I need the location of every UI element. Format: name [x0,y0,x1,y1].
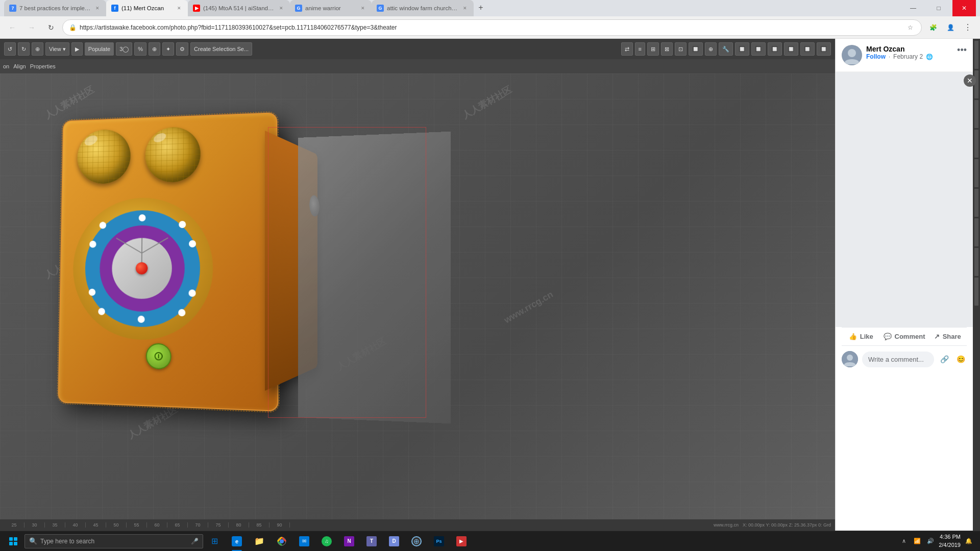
toolbar-icon2[interactable]: ≡ [635,42,645,56]
toolbar-icon8[interactable]: 🔧 [719,42,733,56]
follow-button[interactable]: Follow [866,53,886,60]
browser-tab-1[interactable]: 7 7 best practices for implementi... ✕ [4,0,106,16]
panel-close-button[interactable]: ✕ [964,74,973,87]
tab-close-3[interactable]: ✕ [278,5,285,12]
taskbar-app-obs[interactable]: ⊕ [405,531,428,552]
browser-window: 7 7 best practices for implementi... ✕ f… [0,0,980,551]
sub-toolbar-align[interactable]: Align [13,63,26,69]
reload-button[interactable]: ↻ [43,19,59,36]
toolbar-icon11[interactable]: 🔲 [768,42,782,56]
toolbar-icon13[interactable]: 🔲 [800,42,815,56]
taskbar-right: ∧ 📶 🔊 4:36 PM 2/4/2019 🔔 [899,533,978,549]
like-button[interactable]: 👍 Like [842,330,880,343]
settings-icon[interactable]: ⋮ [960,19,976,36]
sub-toolbar-properties[interactable]: Properties [30,63,56,69]
toolbar-icon12[interactable]: 🔲 [784,42,798,56]
browser-tab-3[interactable]: ▶ (145) MtoA 514 | aiStandardSurf... ✕ [188,0,290,16]
profile-icon[interactable]: 👤 [942,19,959,36]
tab-title-5: attic window farm church - Goo... [387,5,458,11]
more-options-button[interactable]: ••• [957,45,967,56]
toolbar-icon6[interactable]: 🔲 [689,42,703,56]
tab-close-5[interactable]: ✕ [461,5,469,12]
notifications-icon[interactable]: 🔔 [964,536,974,546]
toolbar-icon1[interactable]: ⇄ [621,42,633,56]
dial-yellow-surround [72,196,213,341]
taskbar-app-discord[interactable]: D [383,531,405,552]
rs-thumb-6[interactable] [974,189,978,217]
rs-thumb-1[interactable] [974,41,978,69]
rs-thumb-4[interactable] [974,130,978,158]
start-button[interactable] [2,531,24,552]
comment-input[interactable]: Write a comment... [862,352,934,367]
taskbar-app-teams[interactable]: T [360,531,383,552]
tab-close-4[interactable]: ✕ [359,5,366,12]
toolbar-settings[interactable]: ⚙ [176,42,188,56]
tray-expand-icon[interactable]: ∧ [899,536,909,546]
forward-button[interactable]: → [23,19,40,36]
toolbar-icon7[interactable]: ⊕ [705,42,717,56]
toolbar-percent[interactable]: % [134,42,146,56]
bookmark-icon[interactable]: ☆ [905,22,915,33]
task-view-button[interactable]: ⊞ [203,531,226,552]
toolbar-icon5[interactable]: ⊡ [675,42,687,56]
toolbar-redo[interactable]: ↻ [18,42,30,56]
system-clock[interactable]: 4:36 PM 2/4/2019 [939,533,961,549]
close-button[interactable]: ✕ [952,0,976,16]
rs-thumb-3[interactable] [974,100,978,128]
comment-button[interactable]: 💬 Comment [880,330,928,343]
emoji-icon[interactable]: 🔗 [938,353,950,365]
tab-close-1[interactable]: ✕ [94,5,101,12]
toolbar-populate[interactable]: Populate [85,42,114,56]
toolbar-undo[interactable]: ↺ [4,42,16,56]
toolbar-snap[interactable]: ✦ [162,42,174,56]
address-bar[interactable]: 🔒 https://artistawake.facebook.com/photo… [62,19,922,36]
dot-1 [139,214,146,221]
browser-tab-4[interactable]: G anime warrior ✕ [290,0,372,16]
back-button[interactable]: ← [4,19,20,36]
toolbar-3d[interactable]: 3◯ [116,42,132,56]
rs-thumb-8[interactable] [974,248,978,276]
onenote-icon: N [344,536,354,546]
toolbar-add[interactable]: ⊕ [149,42,160,56]
taskbar-app-explorer[interactable]: 📁 [248,531,271,552]
dot-3 [189,240,196,247]
sphere-right [145,126,201,183]
toolbar-icon4[interactable]: ⊠ [661,42,673,56]
toolbar-icon9[interactable]: 🔲 [735,42,749,56]
voice-search-icon[interactable]: 🎤 [191,538,199,545]
maximize-button[interactable]: □ [927,0,950,16]
rs-thumb-5[interactable] [974,159,978,187]
rs-thumb-7[interactable] [974,218,978,246]
volume-icon[interactable]: 🔊 [925,536,936,546]
taskbar-app-chrome[interactable] [271,531,293,552]
share-button[interactable]: ↗ Share [928,330,967,343]
taskbar-app-onenote[interactable]: N [338,531,360,552]
taskbar-app-outlook[interactable]: ✉ [293,531,315,552]
rs-thumb-9[interactable] [974,278,978,306]
toolbar-view[interactable]: View ▾ [45,42,69,56]
network-icon[interactable]: 📶 [912,536,922,546]
toolbar-create-selection[interactable]: Create Selection Se... [190,42,252,56]
new-tab-button[interactable]: + [474,1,488,15]
toolbar-icon3[interactable]: ⊞ [647,42,659,56]
toolbar-new[interactable]: ⊕ [32,42,43,56]
rs-thumb-2[interactable] [974,70,978,98]
toolbar-play[interactable]: ▶ [71,42,83,56]
viewport-canvas: 人人素材社区 人人素材社区 人人素材社区 人人素材社区 人人素材社区 人人素材社… [0,73,835,531]
taskbar-app-photoshop[interactable]: Ps [428,531,450,552]
taskbar-app-spotify[interactable]: ♫ [315,531,338,552]
attachment-icon[interactable]: 😊 [954,353,967,365]
browser-tab-2[interactable]: f (11) Mert Ozcan ✕ [106,0,188,16]
taskbar-app-edge[interactable]: e [226,531,248,552]
minimize-button[interactable]: — [901,0,925,16]
taskbar-search[interactable]: 🔍 Type here to search 🎤 [24,534,203,548]
commenter-avatar [842,351,858,367]
tab-close-2[interactable]: ✕ [176,5,183,12]
search-icon: 🔍 [29,537,37,545]
toolbar-icon10[interactable]: 🔲 [751,42,766,56]
taskbar-app-video[interactable]: ▶ [450,531,473,552]
toolbar-icon14[interactable]: 🔲 [817,42,831,56]
chrome-icon [277,536,287,546]
extensions-icon[interactable]: 🧩 [925,19,941,36]
browser-tab-5[interactable]: G attic window farm church - Goo... ✕ [372,0,474,16]
